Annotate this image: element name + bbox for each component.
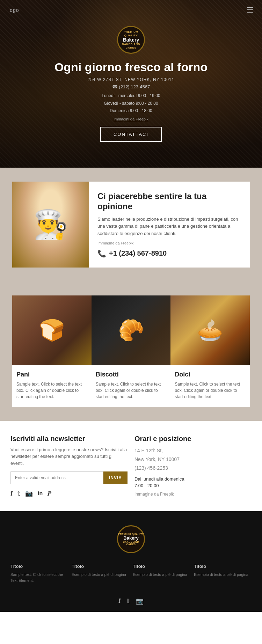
- hours-credit: Immagine da Freepik: [134, 492, 252, 497]
- logo: logo: [8, 7, 19, 13]
- footer-badge: PREMIUM QUALITY Bakery BAKED AND CARES: [117, 525, 145, 553]
- email-input[interactable]: [10, 471, 103, 484]
- hero-section: logo ☰ PREMIUM QUALITY Bakery BAKED AND …: [0, 0, 262, 168]
- footer-logo-wrap: PREMIUM QUALITY Bakery BAKED AND CARES: [10, 525, 252, 553]
- biscotti-desc: Sample text. Click to select the text bo…: [96, 381, 167, 400]
- hours-line-1: Lunedì - mercoledì 9:00 - 19:00: [102, 92, 160, 100]
- navbar: logo ☰: [0, 0, 262, 20]
- footer-badge-top: PREMIUM QUALITY: [118, 533, 144, 535]
- baker-icon: 👨‍🍳: [12, 182, 89, 268]
- hours-title: Orari e posizione: [134, 435, 252, 443]
- footer-columns: Titolo Sample text. Click to select the …: [10, 564, 252, 583]
- products-grid: 🍞 Pani Sample text. Click to select the …: [12, 295, 250, 407]
- dolci-image: 🥧: [170, 295, 250, 365]
- footer-badge-bottom: BAKED AND CARES: [118, 541, 144, 546]
- testimonial-card: 👨‍🍳 Ci piacerebbe sentire la tua opinion…: [12, 182, 250, 268]
- phone-number: +1 (234) 567-8910: [109, 249, 167, 257]
- footer-col-1-title: Titolo: [10, 564, 68, 569]
- footer-col-4: Titolo Esempio di testo a piè di pagina: [194, 564, 252, 583]
- bread-info: Pani Sample text. Click to select the te…: [12, 365, 92, 407]
- product-dolci: 🥧 Dolci Sample text. Click to select the…: [170, 295, 250, 407]
- product-pani: 🍞 Pani Sample text. Click to select the …: [12, 295, 92, 407]
- biscotti-image: 🥐: [92, 295, 171, 365]
- instagram-icon[interactable]: 📷: [25, 490, 33, 497]
- dolci-title: Dolci: [175, 371, 246, 378]
- hours-address: 14 E 12th St, New York, NY 10007 (123) 4…: [134, 446, 252, 473]
- badge-top-text: PREMIUM QUALITY: [118, 30, 144, 37]
- hours-phone: (123) 456-2253: [134, 464, 252, 473]
- footer-facebook-icon[interactable]: 𝐟: [118, 597, 121, 605]
- bread-desc: Sample text. Click to select the text bo…: [16, 381, 87, 400]
- hero-credits: Immagini da Freepik: [114, 117, 148, 121]
- footer-col-4-text: Esempio di testo a piè di pagina: [194, 572, 252, 578]
- info-section: Iscriviti alla newsletter Vuoi essere il…: [0, 421, 262, 512]
- testimonial-section: 👨‍🍳 Ci piacerebbe sentire la tua opinion…: [0, 168, 262, 281]
- testimonial-description: Siamo leader nella produzione e distribu…: [97, 216, 241, 237]
- hero-content: PREMIUM QUALITY Bakery BAKED AND CARES O…: [41, 26, 221, 142]
- footer-badge-name: Bakery: [123, 535, 138, 541]
- footer-col-2-text: Esempio di testo a piè di pagina: [72, 572, 129, 578]
- hours-days: Dal lunedì alla domenica: [134, 476, 252, 482]
- hours-column: Orari e posizione 14 E 12th St, New York…: [134, 435, 252, 498]
- hours-line-2: Giovedì - sabato 9:00 - 20:00: [102, 100, 160, 108]
- footer-col-1-text: Sample text. Click to select the Text El…: [10, 572, 68, 583]
- footer: PREMIUM QUALITY Bakery BAKED AND CARES T…: [0, 511, 262, 612]
- hours-line-3: Domenica 9:00 - 18:00: [102, 107, 160, 115]
- biscotti-info: Biscotti Sample text. Click to select th…: [92, 365, 171, 407]
- product-biscotti: 🥐 Biscotti Sample text. Click to select …: [92, 295, 171, 407]
- address-line1: 14 E 12th St,: [134, 446, 252, 455]
- footer-col-3-text: Esempio di testo a piè di pagina: [133, 572, 190, 578]
- pinterest-icon[interactable]: 𝑷: [48, 490, 51, 497]
- baker-image: 👨‍🍳: [12, 182, 89, 268]
- bakery-badge: PREMIUM QUALITY Bakery BAKED AND CARES: [117, 26, 145, 54]
- footer-social: 𝐟 𝕥 📷: [10, 592, 252, 605]
- address-line2: New York, NY 10007: [134, 455, 252, 464]
- hamburger-icon[interactable]: ☰: [247, 6, 254, 15]
- newsletter-column: Iscriviti alla newsletter Vuoi essere il…: [10, 435, 128, 498]
- facebook-icon[interactable]: 𝐟: [10, 490, 13, 497]
- hours-time: 7:00 - 20:00: [134, 483, 252, 488]
- footer-col-3: Titolo Esempio di testo a piè di pagina: [133, 564, 190, 583]
- hours-freepik-link[interactable]: Freepik: [160, 492, 174, 497]
- contact-button[interactable]: CONTATTACI: [100, 127, 162, 142]
- products-section: 🍞 Pani Sample text. Click to select the …: [0, 281, 262, 421]
- footer-col-2: Titolo Esempio di testo a piè di pagina: [72, 564, 129, 583]
- testimonial-img-credit: Immagine da Freepik: [97, 241, 241, 245]
- dolci-info: Dolci Sample text. Click to select the t…: [170, 365, 250, 407]
- testimonial-title: Ci piacerebbe sentire la tua opinione: [97, 191, 241, 212]
- footer-col-3-title: Titolo: [133, 564, 190, 569]
- newsletter-description: Vuoi essere il primo a leggere le nostre…: [10, 446, 128, 467]
- hero-hours: Lunedì - mercoledì 9:00 - 19:00 Giovedì …: [102, 92, 160, 115]
- footer-col-4-title: Titolo: [194, 564, 252, 569]
- biscotti-title: Biscotti: [96, 371, 167, 378]
- newsletter-title: Iscriviti alla newsletter: [10, 435, 128, 443]
- phone-icon: 📞: [97, 249, 106, 258]
- badge-name: Bakery: [123, 37, 139, 43]
- footer-col-2-title: Titolo: [72, 564, 129, 569]
- hero-title: Ogni giorno fresco al forno: [54, 60, 208, 74]
- linkedin-icon[interactable]: in: [38, 490, 43, 497]
- subscribe-button[interactable]: INVIA: [103, 471, 128, 484]
- newsletter-form: INVIA: [10, 471, 128, 484]
- bread-image: 🍞: [12, 295, 92, 365]
- hero-phone: ☎ (212) 123-4567: [112, 84, 150, 89]
- twitter-icon[interactable]: 𝕥: [17, 490, 20, 497]
- footer-col-1: Titolo Sample text. Click to select the …: [10, 564, 68, 583]
- hero-address: 254 W 27ST ST, NEW YORK, NY 10011: [88, 77, 174, 82]
- footer-instagram-icon[interactable]: 📷: [136, 597, 144, 605]
- footer-twitter-icon[interactable]: 𝕥: [127, 597, 130, 605]
- dolci-desc: Sample text. Click to select the text bo…: [175, 381, 246, 400]
- freepik-link[interactable]: Freepik: [121, 241, 134, 245]
- social-row: 𝐟 𝕥 📷 in 𝑷: [10, 490, 128, 497]
- bread-title: Pani: [16, 371, 87, 378]
- badge-bottom-text: BAKED AND CARES: [118, 43, 144, 49]
- testimonial-phone: 📞 +1 (234) 567-8910: [97, 249, 241, 258]
- testimonial-content: Ci piacerebbe sentire la tua opinione Si…: [89, 182, 250, 268]
